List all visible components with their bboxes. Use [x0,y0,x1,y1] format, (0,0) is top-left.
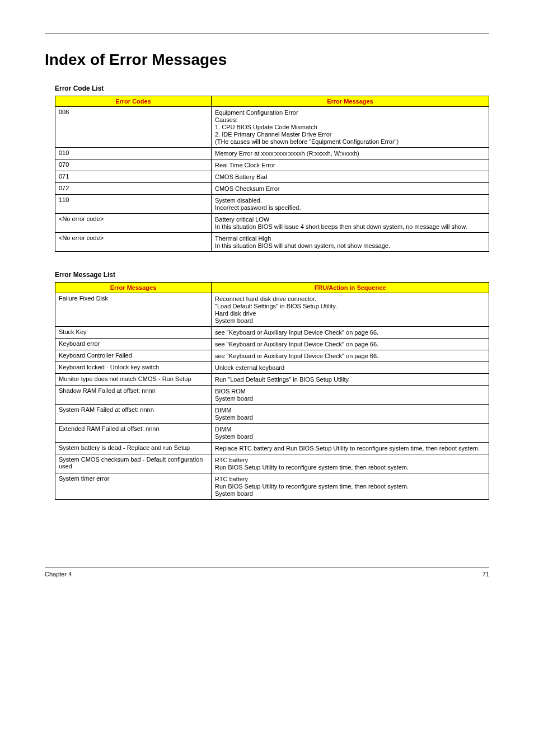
cell-message-line: Run "Load Default Settings" in BIOS Setu… [215,376,485,383]
table2-header-messages: Error Messages [55,283,212,293]
cell-code: 006 [55,107,212,148]
table-row: System RAM Failed at offset: nnnnDIMMSys… [55,405,489,424]
page-title: Index of Error Messages [45,51,489,69]
cell-message: RTC batteryRun BIOS Setup Utility to rec… [212,454,489,473]
cell-code: Keyboard Controller Failed [55,350,212,362]
table-row: Monitor type does not match CMOS - Run S… [55,374,489,386]
table-row: <No error code>Battery critical LOWIn th… [55,214,489,233]
cell-message: Run "Load Default Settings" in BIOS Setu… [212,374,489,386]
table-row: Failure Fixed DiskReconnect hard disk dr… [55,293,489,327]
table-row: 010Memory Error at xxxx:xxxx:xxxxh (R:xx… [55,148,489,159]
cell-message-line: RTC battery [215,476,485,482]
error-message-table: Error Messages FRU/Action in Sequence Fa… [55,282,489,500]
cell-message-line: (THe causes will be shown before "Equipm… [215,138,485,145]
cell-message: Real Time Clock Error [212,159,489,171]
cell-message: Replace RTC battery and Run BIOS Setup U… [212,443,489,454]
cell-code: 071 [55,171,212,183]
table-row: 070Real Time Clock Error [55,159,489,171]
table-row: 071CMOS Battery Bad [55,171,489,183]
cell-message: Memory Error at xxxx:xxxx:xxxxh (R:xxxxh… [212,148,489,159]
cell-code: Shadow RAM Failed at offset: nnnn [55,386,212,405]
cell-message-line: CMOS Checksum Error [215,185,485,192]
cell-message-line: Unlock external keyboard [215,364,485,371]
page-footer: Chapter 4 71 [45,567,489,577]
cell-message: Unlock external keyboard [212,362,489,374]
table1-header-messages: Error Messages [212,96,489,107]
cell-code: Monitor type does not match CMOS - Run S… [55,374,212,386]
cell-message-line: Replace RTC battery and Run BIOS Setup U… [215,445,485,452]
table-row: System timer errorRTC batteryRun BIOS Se… [55,473,489,500]
cell-message-line: In this situation BIOS will shut down sy… [215,242,485,249]
cell-message-line: see "Keyboard or Auxiliary Input Device … [215,353,485,359]
table-row: Shadow RAM Failed at offset: nnnnBIOS RO… [55,386,489,405]
cell-message: Battery critical LOWIn this situation BI… [212,214,489,233]
cell-message-line: In this situation BIOS will issue 4 shor… [215,223,485,230]
table2-header-fru: FRU/Action in Sequence [212,283,489,293]
table-row: 110System disabled.Incorrect password is… [55,195,489,214]
cell-message-line: Run BIOS Setup Utility to reconfigure sy… [215,464,485,471]
cell-message-line: Incorrect password is specified. [215,204,485,211]
cell-message-line: System board [215,395,485,402]
cell-code: Stuck Key [55,327,212,339]
table1-header-codes: Error Codes [55,96,212,107]
cell-code: System RAM Failed at offset: nnnn [55,405,212,424]
top-rule [45,34,489,34]
cell-message-line: CMOS Battery Bad [215,173,485,180]
cell-message: DIMMSystem board [212,405,489,424]
cell-code: Keyboard locked - Unlock key switch [55,362,212,374]
table2-title: Error Message List [55,271,489,279]
cell-message: see "Keyboard or Auxiliary Input Device … [212,339,489,350]
cell-message-line: System board [215,414,485,421]
cell-message-line: 1. CPU BIOS Update Code Mismatch [215,124,485,130]
table-row: 006Equipment Configuration ErrorCauses:1… [55,107,489,148]
cell-message-line: System board [215,490,485,497]
cell-message-line: RTC battery [215,457,485,463]
cell-code: System CMOS checksum bad - Default confi… [55,454,212,473]
footer-chapter: Chapter 4 [45,571,72,577]
cell-message: see "Keyboard or Auxiliary Input Device … [212,327,489,339]
cell-message-line: DIMM [215,407,485,414]
cell-code: System timer error [55,473,212,500]
cell-message-line: "Load Default Settings" in BIOS Setup Ut… [215,303,485,309]
cell-code: System battery is dead - Replace and run… [55,443,212,454]
cell-code: <No error code> [55,233,212,252]
cell-code: 072 [55,183,212,195]
table-row: Keyboard Controller Failedsee "Keyboard … [55,350,489,362]
cell-message-line: Battery critical LOW [215,216,485,223]
cell-message-line: Reconnect hard disk drive connector. [215,295,485,302]
cell-message-line: System board [215,433,485,440]
table-row: System CMOS checksum bad - Default confi… [55,454,489,473]
cell-message-line: System board [215,317,485,324]
cell-message-line: 2. IDE Primary Channel Master Drive Erro… [215,131,485,138]
cell-code: <No error code> [55,214,212,233]
cell-message-line: Run BIOS Setup Utility to reconfigure sy… [215,483,485,490]
cell-message: CMOS Battery Bad [212,171,489,183]
cell-code: Extended RAM Failed at offset: nnnn [55,424,212,443]
table-row: System battery is dead - Replace and run… [55,443,489,454]
cell-code: 110 [55,195,212,214]
cell-message-line: Hard disk drive [215,310,485,317]
cell-message-line: Real Time Clock Error [215,162,485,168]
table-row: Stuck Keysee "Keyboard or Auxiliary Inpu… [55,327,489,339]
table-row: Extended RAM Failed at offset: nnnnDIMMS… [55,424,489,443]
cell-message: Equipment Configuration ErrorCauses:1. C… [212,107,489,148]
cell-message: Thermal critical HighIn this situation B… [212,233,489,252]
cell-message-line: Equipment Configuration Error [215,109,485,116]
cell-message: see "Keyboard or Auxiliary Input Device … [212,350,489,362]
cell-code: 010 [55,148,212,159]
table-row: <No error code>Thermal critical HighIn t… [55,233,489,252]
table-row: Keyboard locked - Unlock key switchUnloc… [55,362,489,374]
cell-message: CMOS Checksum Error [212,183,489,195]
cell-code: Failure Fixed Disk [55,293,212,327]
cell-message: System disabled.Incorrect password is sp… [212,195,489,214]
footer-page-number: 71 [483,571,489,577]
cell-message-line: see "Keyboard or Auxiliary Input Device … [215,329,485,336]
cell-message-line: Memory Error at xxxx:xxxx:xxxxh (R:xxxxh… [215,150,485,157]
cell-message-line: BIOS ROM [215,388,485,395]
table1-title: Error Code List [55,84,489,92]
table-row: 072CMOS Checksum Error [55,183,489,195]
cell-message-line: Causes: [215,116,485,123]
cell-message: DIMMSystem board [212,424,489,443]
cell-code: Keyboard error [55,339,212,350]
cell-message: Reconnect hard disk drive connector."Loa… [212,293,489,327]
